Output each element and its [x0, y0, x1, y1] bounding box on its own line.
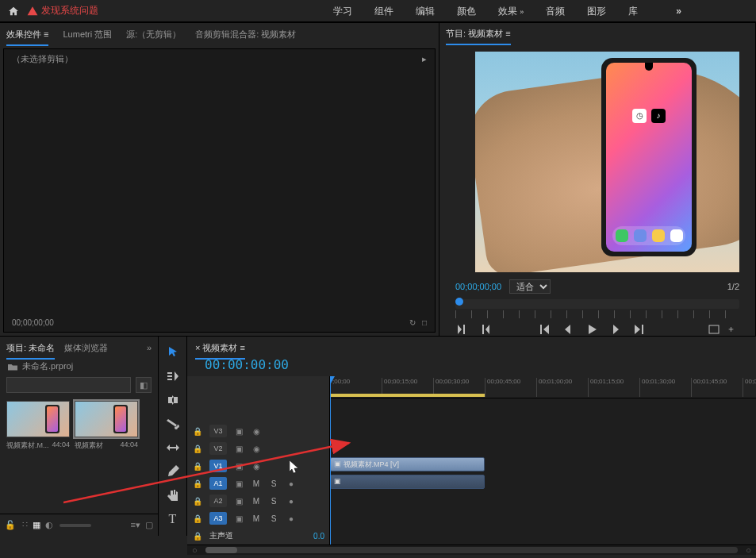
export-icon[interactable]: □ [422, 318, 427, 327]
track-v2[interactable]: 🔒V2▣◉ [187, 440, 329, 457]
timeline-scrollbar[interactable]: ○ ○ [187, 545, 756, 555]
track-a2[interactable]: 🔒A2▣MS● [187, 492, 329, 510]
zoom-in-icon[interactable]: ○ [746, 545, 751, 555]
effect-controls-panel: 效果控件 ≡ Lumetri 范围 源:（无剪辑） 音频剪辑混合器: 视频素材 … [0, 23, 439, 336]
timeline-timecode[interactable]: 00:00:00:00 [205, 357, 748, 372]
lock-icon[interactable]: 🔓 [5, 520, 16, 530]
workspace-menu: 学习 组件 编辑 颜色 效果 » 音频 图形 库 » [333, 0, 681, 22]
program-monitor: 节目: 视频素材 ≡ ◷♪ 00;00;00;00 适合 1/2 [439, 23, 756, 336]
export-frame-icon[interactable] [708, 323, 720, 336]
svg-rect-0 [709, 325, 719, 333]
home-icon[interactable] [8, 6, 19, 17]
project-toolbar: 🔓 ∷ ▦ ◐ ≡▾ ▢ [0, 514, 158, 536]
new-bin-icon[interactable]: ≡▾ [131, 520, 140, 530]
page-indicator: 1/2 [727, 282, 739, 291]
program-scrubber[interactable] [455, 299, 739, 309]
tab-sequence[interactable]: × 视频素材 ≡ [195, 342, 245, 354]
project-item[interactable]: 视频素材.M...44:04 [6, 401, 70, 451]
zoom-out-icon[interactable]: ○ [192, 545, 198, 555]
track-select-tool-icon[interactable] [165, 368, 181, 384]
project-item[interactable]: 视频素材44:04 [75, 401, 138, 451]
timeline-ruler[interactable]: ;00;00 00;00;15;00 00;00;30;00 00;00;45;… [330, 376, 756, 398]
go-to-out-icon[interactable] [633, 323, 646, 336]
track-a1[interactable]: 🔒A1▣MS● [187, 475, 329, 492]
go-to-in-icon[interactable] [538, 323, 551, 336]
tab-effect-controls[interactable]: 效果控件 ≡ [6, 29, 48, 40]
warning-text: 发现系统问题 [41, 4, 98, 17]
effect-controls-body [4, 68, 435, 313]
tab-project[interactable]: 项目: 未命名 [6, 342, 55, 354]
tab-source[interactable]: 源:（无剪辑） [126, 29, 181, 40]
left-panel-tabs: 效果控件 ≡ Lumetri 范围 源:（无剪辑） 音频剪辑混合器: 视频素材 [0, 23, 439, 45]
video-clip[interactable]: ▣ 视频素材.MP4 [V] [330, 457, 485, 471]
play-icon[interactable] [585, 323, 598, 336]
selection-tool-icon[interactable] [165, 344, 181, 360]
pen-tool-icon[interactable] [165, 464, 181, 479]
menu-effects[interactable]: 效果 » [498, 5, 524, 18]
slip-tool-icon[interactable] [165, 440, 181, 456]
menu-learn[interactable]: 学习 [333, 5, 352, 18]
tab-audio-mixer[interactable]: 音频剪辑混合器: 视频素材 [195, 29, 296, 40]
menu-assembly[interactable]: 组件 [374, 5, 393, 18]
menu-edit[interactable]: 编辑 [416, 5, 435, 18]
timeline-area[interactable]: ;00;00 00;00;15;00 00;00;30;00 00;00;45;… [330, 376, 756, 545]
menu-graphics[interactable]: 图形 [587, 5, 606, 18]
hand-tool-icon[interactable] [165, 487, 181, 503]
timeline-panel: × 视频素材 ≡ 00:00:00:00 🔒V3▣◉ 🔒V2▣◉ 🔒V1▣◉ 🔒… [187, 337, 756, 536]
ripple-tool-icon[interactable] [165, 392, 181, 408]
menu-audio[interactable]: 音频 [546, 5, 565, 18]
tab-media-browser[interactable]: 媒体浏览器 [64, 342, 108, 354]
panel-overflow-icon[interactable]: » [147, 343, 152, 352]
tab-program[interactable]: 节目: 视频素材 ≡ [446, 28, 511, 40]
timecode-source: 00;00;00;00 [12, 318, 54, 327]
freeform-view-icon[interactable]: ◐ [45, 520, 53, 530]
track-master[interactable]: 🔒主声道0.0 [187, 527, 329, 545]
mark-out-icon[interactable] [479, 323, 492, 336]
razor-tool-icon[interactable] [165, 416, 181, 432]
mark-in-icon[interactable] [455, 323, 468, 336]
program-timecode[interactable]: 00;00;00;00 [455, 282, 501, 291]
menu-library[interactable]: 库 [628, 5, 638, 18]
search-input[interactable] [6, 377, 131, 393]
project-panel: 项目: 未命名 媒体浏览器 » 未命名.prproj ◧ 视频素材.M...44… [0, 337, 159, 536]
new-item-icon[interactable]: ▢ [145, 520, 153, 530]
menu-color[interactable]: 颜色 [457, 5, 476, 18]
step-fwd-icon[interactable] [609, 323, 622, 336]
track-v1[interactable]: 🔒V1▣◉ [187, 457, 329, 475]
track-v3[interactable]: 🔒V3▣◉ [187, 422, 329, 440]
no-clip-label: （未选择剪辑） [12, 53, 73, 65]
project-file[interactable]: 未命名.prproj [0, 359, 158, 374]
zoom-fit-select[interactable]: 适合 [509, 279, 551, 294]
loop-icon[interactable]: ↻ [409, 318, 416, 327]
title-bar: 发现系统问题 学习 组件 编辑 颜色 效果 » 音频 图形 库 » [0, 0, 756, 22]
audio-clip[interactable]: ▣ [330, 475, 485, 489]
phone-mockup: ◷♪ [601, 58, 697, 256]
program-preview[interactable]: ◷♪ [475, 52, 739, 272]
icon-view-icon[interactable]: ▦ [33, 520, 40, 530]
filter-icon[interactable]: ◧ [136, 377, 152, 393]
type-tool-icon[interactable]: T [165, 511, 181, 527]
menu-overflow[interactable]: » [676, 6, 681, 17]
project-thumbnails: 视频素材.M...44:04 视频素材44:04 [0, 396, 158, 456]
program-ruler [455, 310, 739, 318]
track-headers: 🔒V3▣◉ 🔒V2▣◉ 🔒V1▣◉ 🔒A1▣MS● 🔒A2▣MS● 🔒A3▣MS… [187, 376, 330, 545]
system-warning[interactable]: 发现系统问题 [27, 4, 98, 17]
playhead[interactable] [330, 376, 331, 545]
settings-plus-icon[interactable]: ＋ [727, 323, 739, 336]
zoom-slider[interactable] [59, 524, 91, 527]
step-back-icon[interactable] [562, 323, 574, 336]
transport-controls: ＋ [455, 323, 739, 336]
track-a3[interactable]: 🔒A3▣MS● [187, 510, 329, 527]
tools-palette: T [159, 337, 187, 536]
chevron-right-icon[interactable]: ▸ [422, 54, 427, 64]
tab-lumetri[interactable]: Lumetri 范围 [63, 29, 112, 40]
list-view-icon[interactable]: ∷ [22, 520, 28, 530]
